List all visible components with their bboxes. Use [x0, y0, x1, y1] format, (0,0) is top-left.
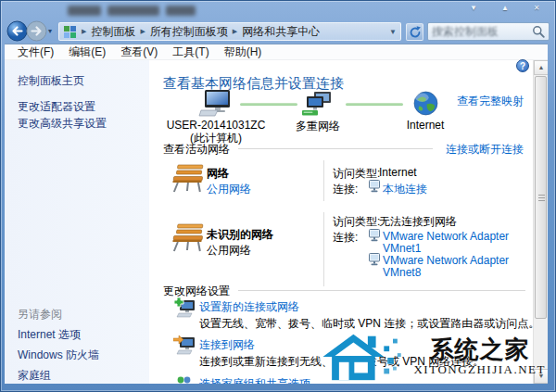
setup-new-connection-link[interactable]: 设置新的连接或网络 — [199, 299, 299, 315]
network-type-label: 公用网络 — [207, 243, 251, 259]
sidebar-item-windows-firewall[interactable]: Windows 防火墙 — [18, 348, 99, 363]
nav-history-dropdown-icon[interactable]: ▾ — [48, 27, 52, 35]
window-title-redacted — [68, 6, 196, 16]
forward-button[interactable] — [26, 20, 47, 42]
row-divider — [323, 160, 324, 201]
refresh-icon — [409, 26, 422, 39]
network-type-link[interactable]: 公用网络 — [207, 182, 251, 197]
menu-help[interactable]: 帮助(H) — [217, 44, 270, 61]
watermark-site: XITONGZHIJIA.NET — [413, 362, 546, 377]
scroll-up-button[interactable]: ▲ — [534, 60, 548, 75]
close-button[interactable]: ✕ — [525, 2, 548, 14]
breadcrumb-separator-icon: ▶ — [233, 28, 237, 35]
breadcrumb-item-all-items[interactable]: 所有控制面板项 — [150, 24, 228, 40]
help-icon[interactable]: ? — [516, 59, 529, 72]
access-type-value: 无法连接到网络 — [379, 214, 457, 230]
breadcrumb-separator-icon: ▶ — [82, 28, 86, 35]
address-bar: ▾ ▶ 控制面板 ▶ 所有控制面板项 ▶ 网络和共享中心 ▼ 搜索控制面板 — [1, 19, 555, 44]
connection-monitor-icon — [369, 229, 380, 246]
access-type-value: Internet — [379, 166, 417, 179]
maximize-button[interactable]: ▲ — [494, 2, 516, 14]
refresh-button[interactable] — [406, 23, 423, 41]
sidebar-item-homegroup[interactable]: 家庭组 — [18, 368, 51, 384]
address-dropdown-icon[interactable]: ▼ — [389, 28, 397, 36]
breadcrumb-item-network-sharing-center[interactable]: 网络和共享中心 — [242, 24, 320, 40]
sidebar: 控制面板主页 更改适配器设置 更改高级共享设置 另请参阅 Internet 选项… — [5, 60, 149, 384]
vmnet8-adapter-link[interactable]: VMware Network Adapter VMnet8 — [383, 255, 514, 279]
menu-bar: 文件(F) 编辑(E) 查看(V) 工具(T) 帮助(H) — [5, 44, 548, 60]
row-divider — [323, 212, 324, 286]
section-divider — [238, 148, 433, 149]
sidebar-item-change-advanced-sharing[interactable]: 更改高级共享设置 — [18, 116, 107, 132]
network-name: 网络 — [207, 166, 229, 182]
page-title: 查看基本网络信息并设置连接 — [163, 75, 344, 93]
scrollbar-grip — [538, 197, 545, 198]
watermark-name: 系统之家 — [413, 336, 546, 362]
menu-view[interactable]: 查看(V) — [113, 44, 165, 61]
public-network-bench-icon — [170, 223, 205, 257]
forward-icon — [26, 20, 47, 42]
menu-file[interactable]: 文件(F) — [10, 44, 61, 61]
network-center-icon — [63, 25, 77, 39]
sidebar-item-internet-options[interactable]: Internet 选项 — [18, 327, 81, 343]
connect-to-network-icon — [173, 335, 196, 359]
vmnet1-adapter-link[interactable]: VMware Network Adapter VMnet1 — [383, 231, 514, 255]
sidebar-item-change-adapter-settings[interactable]: 更改适配器设置 — [18, 99, 95, 115]
watermark-house-icon — [321, 328, 408, 386]
access-type-label: 访问类型: — [333, 214, 380, 230]
minimize-button[interactable]: ▼ — [462, 2, 485, 14]
network-name: 未识别的网络 — [207, 227, 273, 243]
window: ▼ ▲ ✕ ▾ ▶ 控制面板 ▶ — [0, 0, 556, 392]
title-bar: ▼ ▲ ✕ — [1, 1, 555, 19]
back-icon — [6, 20, 28, 42]
menu-edit[interactable]: 编辑(E) — [61, 44, 113, 61]
active-networks-header: 查看活动网络 — [163, 142, 230, 158]
connection-label: 连接: — [333, 230, 358, 246]
sidebar-item-control-panel-home[interactable]: 控制面板主页 — [18, 73, 84, 89]
breadcrumb-separator-icon: ▶ — [140, 28, 145, 35]
search-input[interactable]: 搜索控制面板 — [427, 22, 550, 41]
computer-icon[interactable] — [197, 90, 234, 121]
computer-name-label: USER-20141031ZC — [160, 119, 272, 132]
watermark-text: 系统之家 XITONGZHIJIA.NET 系统之家 XITONGZHIJIA.… — [413, 336, 546, 377]
window-controls: ▼ ▲ ✕ — [462, 2, 548, 14]
internet-label: Internet — [398, 119, 453, 132]
connection-monitor-icon — [369, 253, 380, 270]
scrollbar-thumb[interactable] — [535, 76, 547, 319]
homegroup-options-icon — [173, 375, 196, 384]
search-placeholder: 搜索控制面板 — [432, 24, 532, 40]
public-network-bench-icon — [170, 164, 205, 197]
multiple-networks-label: 多重网络 — [290, 119, 346, 134]
homegroup-options-link[interactable]: 选择家庭组和共享选项 — [199, 376, 310, 384]
local-connection-link[interactable]: 本地连接 — [383, 182, 427, 197]
map-link-line — [346, 103, 403, 106]
see-full-map-link[interactable]: 查看完整映射 — [457, 94, 524, 109]
breadcrumb: ▶ 控制面板 ▶ 所有控制面板项 ▶ 网络和共享中心 ▼ — [58, 22, 401, 41]
section-divider — [238, 290, 525, 291]
connection-label: 连接: — [333, 182, 358, 197]
sidebar-see-also-header: 另请参阅 — [18, 307, 62, 322]
breadcrumb-item-control-panel[interactable]: 控制面板 — [91, 24, 135, 40]
menu-tools[interactable]: 工具(T) — [165, 44, 216, 61]
back-button[interactable] — [6, 20, 28, 42]
watermark-reflection: 系统之家 XITONGZHIJIA.NET — [413, 377, 546, 392]
connection-monitor-icon — [369, 180, 380, 196]
connect-to-network-link[interactable]: 连接到网络 — [199, 337, 255, 353]
connect-disconnect-link[interactable]: 连接或断开连接 — [446, 142, 524, 158]
search-icon[interactable] — [532, 25, 545, 38]
map-link-line — [240, 103, 297, 106]
new-connection-icon — [173, 297, 196, 322]
internet-globe-icon[interactable] — [413, 91, 438, 120]
watermark: 系统之家 XITONGZHIJIA.NET 系统之家 XITONGZHIJIA.… — [321, 328, 546, 386]
multiple-networks-icon[interactable] — [300, 92, 335, 121]
